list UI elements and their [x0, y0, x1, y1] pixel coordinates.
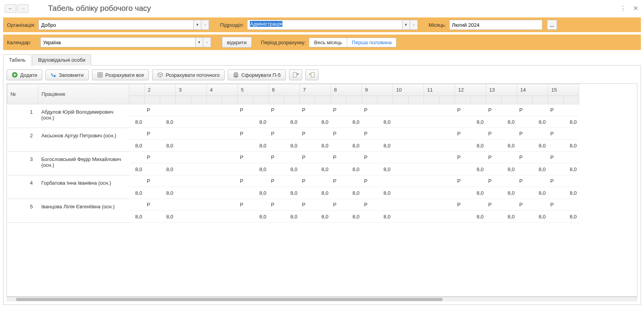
day-cell[interactable]: Р8,0 — [362, 104, 393, 128]
col-day-1[interactable] — [129, 84, 145, 96]
nav-forward-button[interactable]: → — [17, 4, 29, 13]
day-cell[interactable] — [424, 175, 455, 199]
day-cell[interactable] — [424, 152, 455, 175]
day-cell[interactable]: Р8,0 — [145, 152, 176, 175]
day-cell[interactable]: Р8,0 — [300, 152, 331, 175]
col-day-15[interactable]: 15 — [548, 84, 579, 96]
day-cell[interactable]: Р8,0 — [362, 175, 393, 199]
tab-responsible[interactable]: Відповідальні особи — [32, 54, 91, 66]
col-day-14[interactable]: 14 — [517, 84, 548, 96]
col-day-7[interactable]: 7 — [300, 84, 331, 96]
day-cell[interactable]: Р8,0 — [145, 104, 176, 128]
table-row[interactable]: 3Богословський Федір Михайлович (осн.)8,… — [7, 152, 579, 175]
day-cell[interactable] — [176, 152, 207, 175]
day-cell[interactable] — [393, 152, 424, 175]
period-first-half[interactable]: Перша половина — [347, 38, 396, 47]
day-cell[interactable]: Р8,0 — [548, 104, 579, 128]
col-day-11[interactable]: 11 — [424, 84, 455, 96]
day-cell[interactable]: Р8,0 — [455, 152, 486, 175]
day-cell[interactable]: Р8,0 — [238, 104, 269, 128]
day-cell[interactable]: Р8,0 — [548, 152, 579, 175]
day-cell[interactable]: 8,0 — [129, 128, 145, 152]
import-button[interactable] — [305, 69, 319, 80]
day-cell[interactable] — [207, 175, 238, 199]
day-cell[interactable]: Р8,0 — [145, 175, 176, 199]
horizontal-scrollbar[interactable] — [7, 297, 637, 301]
fill-button[interactable]: Заповнити — [45, 69, 89, 80]
division-open-button[interactable]: ▫ — [410, 20, 418, 30]
day-cell[interactable] — [176, 128, 207, 152]
col-day-5[interactable]: 5 — [238, 84, 269, 96]
calendar-input[interactable] — [40, 37, 196, 47]
day-cell[interactable]: Р8,0 — [548, 175, 579, 199]
day-cell[interactable]: Р8,0 — [548, 128, 579, 152]
grid-container[interactable]: № Працівник 23456789101112131415 1Абдуло… — [7, 83, 637, 297]
month-input[interactable] — [449, 20, 542, 30]
day-cell[interactable]: Р8,0 — [455, 104, 486, 128]
col-day-4[interactable]: 4 — [207, 84, 238, 96]
table-row[interactable]: 4Горбатова Інна Іванівна (осн.)8,0Р8,0Р8… — [7, 175, 579, 199]
day-cell[interactable]: Р8,0 — [269, 152, 300, 175]
scroll-thumb[interactable] — [16, 298, 443, 301]
day-cell[interactable]: Р8,0 — [269, 104, 300, 128]
day-cell[interactable]: Р8,0 — [486, 199, 517, 223]
day-cell[interactable]: Р8,0 — [300, 104, 331, 128]
col-day-10[interactable]: 10 — [393, 84, 424, 96]
day-cell[interactable]: Р8,0 — [517, 175, 548, 199]
day-cell[interactable]: Р8,0 — [517, 152, 548, 175]
day-cell[interactable] — [424, 128, 455, 152]
day-cell[interactable]: Р8,0 — [331, 104, 362, 128]
nav-back-button[interactable]: ← — [5, 4, 16, 13]
day-cell[interactable] — [424, 104, 455, 128]
day-cell[interactable]: Р8,0 — [362, 152, 393, 175]
col-day-13[interactable]: 13 — [486, 84, 517, 96]
day-cell[interactable]: Р8,0 — [486, 104, 517, 128]
day-cell[interactable]: Р8,0 — [238, 152, 269, 175]
day-cell[interactable]: Р8,0 — [455, 175, 486, 199]
day-cell[interactable]: Р8,0 — [331, 175, 362, 199]
col-day-8[interactable]: 8 — [331, 84, 362, 96]
col-day-3[interactable]: 3 — [176, 84, 207, 96]
day-cell[interactable]: Р8,0 — [145, 199, 176, 223]
day-cell[interactable]: Р8,0 — [300, 128, 331, 152]
day-cell[interactable]: Р8,0 — [269, 175, 300, 199]
day-cell[interactable]: Р8,0 — [486, 128, 517, 152]
calendar-open-button[interactable]: ▫ — [203, 37, 211, 47]
division-dropdown-button[interactable]: ▼ — [402, 20, 410, 30]
day-cell[interactable]: 8,0 — [129, 104, 145, 128]
day-cell[interactable]: Р8,0 — [455, 199, 486, 223]
tab-timesheet[interactable]: Табель — [3, 54, 31, 66]
org-input[interactable] — [38, 20, 194, 30]
day-cell[interactable]: Р8,0 — [145, 128, 176, 152]
calendar-dropdown-button[interactable]: ▼ — [196, 37, 203, 47]
day-cell[interactable]: 8,0 — [129, 175, 145, 199]
form-p5-button[interactable]: Сформувати П-5 — [228, 69, 286, 80]
day-cell[interactable] — [207, 128, 238, 152]
day-cell[interactable]: Р8,0 — [269, 128, 300, 152]
day-cell[interactable] — [393, 175, 424, 199]
col-num[interactable]: № — [7, 84, 38, 104]
col-day-2[interactable]: 2 — [145, 84, 176, 96]
col-day-12[interactable]: 12 — [455, 84, 486, 96]
day-cell[interactable]: Р8,0 — [517, 199, 548, 223]
calc-current-button[interactable]: Розрахувати поточного — [152, 69, 225, 80]
day-cell[interactable]: Р8,0 — [486, 175, 517, 199]
day-cell[interactable]: Р8,0 — [362, 199, 393, 223]
more-icon[interactable]: ⋮ — [619, 5, 627, 12]
day-cell[interactable]: Р8,0 — [486, 152, 517, 175]
day-cell[interactable] — [393, 128, 424, 152]
col-day-9[interactable]: 9 — [362, 84, 393, 96]
day-cell[interactable]: Р8,0 — [331, 199, 362, 223]
table-row[interactable]: 2Аксьонов Артур Петрович (осн.)8,0Р8,0Р8… — [7, 128, 579, 152]
day-cell[interactable]: 8,0 — [129, 152, 145, 175]
day-cell[interactable] — [176, 175, 207, 199]
day-cell[interactable] — [207, 199, 238, 223]
day-cell[interactable]: Р8,0 — [300, 199, 331, 223]
col-employee[interactable]: Працівник — [38, 84, 129, 104]
day-cell[interactable]: Р8,0 — [331, 152, 362, 175]
day-cell[interactable]: Р8,0 — [331, 128, 362, 152]
month-picker-button[interactable]: ... — [547, 20, 557, 30]
period-full-month[interactable]: Весь місяць — [309, 38, 346, 47]
division-input[interactable]: Адміністрація — [247, 20, 402, 30]
day-cell[interactable]: Р8,0 — [238, 128, 269, 152]
